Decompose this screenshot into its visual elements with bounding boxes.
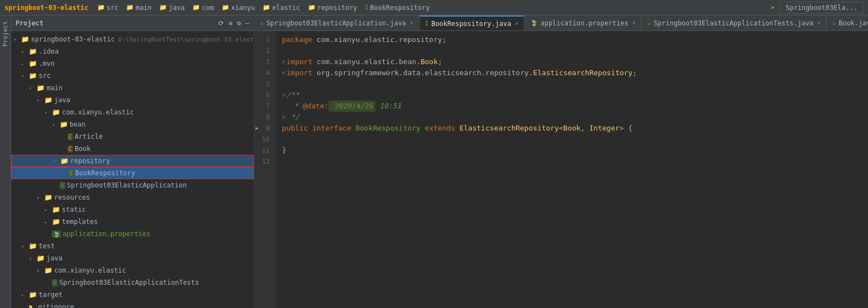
tree-idea[interactable]: 📁 .idea: [11, 45, 254, 58]
tree-test[interactable]: 📁 test: [11, 240, 254, 252]
tab-book[interactable]: ☕ Book.java ×: [827, 15, 868, 30]
springboot-icon: ⚡: [60, 182, 65, 189]
tab-book-label: Book.java: [839, 19, 868, 27]
folder-blue-icon: 📁: [192, 4, 200, 11]
fold-icon-8[interactable]: ⊖: [282, 112, 285, 123]
tab-springbootapp[interactable]: ☕ Springboot03ElasticApplication.java ×: [254, 15, 420, 30]
nav-xianyu[interactable]: 📁xianyu: [218, 3, 258, 13]
tree-src[interactable]: 📁 src: [11, 70, 254, 82]
line-2: 2: [254, 45, 273, 56]
tree-book[interactable]: C Book: [11, 143, 254, 155]
com-arrow: [44, 109, 52, 116]
tcom-label: com.xianyu.elastic: [54, 267, 126, 274]
tab-springbootapp-label: Springboot03ElasticApplication.java: [266, 19, 406, 27]
space2: [351, 123, 355, 134]
fold-icon-4[interactable]: ⊖: [282, 67, 285, 79]
tcom-folder-icon: 📁: [44, 267, 53, 274]
project-sidebar: Project ⟳ ≡ ⚙ – 📁 springboot-03-elastic …: [11, 15, 254, 308]
settings-icon[interactable]: ⚙: [237, 19, 241, 27]
root-label: springboot-03-elastic: [31, 35, 115, 43]
tree-bean[interactable]: 📁 bean: [11, 118, 254, 130]
tree-tests[interactable]: ⚡ Springboot03ElasticApplicationTests: [11, 276, 254, 289]
tab-springboottests-close[interactable]: ×: [817, 20, 820, 26]
tab-springboottests[interactable]: ☕ Springboot03ElasticApplicationTests.ja…: [642, 15, 827, 30]
import-pkg-1: com.xianyu.elastic.bean.: [312, 56, 421, 67]
top-right-tab[interactable]: Springboot03Ela...: [780, 2, 864, 14]
tree-appprops[interactable]: 🍃 application.properties: [11, 228, 254, 240]
tree-static[interactable]: 📁 static: [11, 203, 254, 216]
tests-tab-icon: ☕: [647, 19, 651, 27]
repository-arrow: [53, 158, 60, 164]
tree-app[interactable]: ⚡ Springboot03ElasticApplication: [11, 179, 254, 191]
tree-main[interactable]: 📁 main: [11, 82, 254, 94]
line-6: 6: [254, 90, 273, 101]
tree-target[interactable]: 📁 target: [11, 289, 254, 301]
gitignore-label: .gitignore: [34, 303, 74, 308]
generic-comma: ,: [581, 123, 589, 134]
idea-folder-icon: 📁: [29, 48, 37, 55]
line-12: 12: [254, 156, 273, 167]
code-content[interactable]: package com.xianyu.elastic.repository; ⊖…: [276, 31, 868, 308]
sidebar-header: Project ⟳ ≡ ⚙ –: [11, 15, 254, 31]
space4: [455, 123, 459, 134]
tab-springbootapp-close[interactable]: ×: [410, 20, 414, 26]
scroll-icon[interactable]: ≡: [228, 19, 232, 27]
code-line-12: [282, 156, 868, 167]
tree-test-java[interactable]: 📁 java: [11, 252, 254, 264]
nav-repository[interactable]: 📁repository: [305, 3, 360, 13]
tab-bookrespository[interactable]: I BookRespository.java ×: [420, 15, 525, 30]
annotation-date-kw: @date:: [302, 101, 328, 112]
fold-icon-6[interactable]: ⊖: [282, 90, 285, 101]
tjava-arrow: [29, 255, 36, 262]
tree-repository[interactable]: 📁 repository: [11, 155, 254, 167]
fold-icon-3[interactable]: ⊖: [282, 56, 285, 67]
tab-bookrespository-close[interactable]: ×: [515, 20, 519, 27]
nav-main[interactable]: 📁main: [123, 3, 155, 13]
iface-tab-icon: I: [425, 20, 429, 27]
code-line-6: ⊖ /**: [282, 90, 868, 101]
tab-application[interactable]: 🍃 application.properties ×: [525, 15, 642, 30]
nav-com[interactable]: 📁com: [189, 3, 217, 13]
line-4: 4: [254, 67, 273, 79]
code-line-9: public interface BookRespository extends…: [282, 123, 868, 134]
run-icon[interactable]: ▶: [255, 123, 259, 134]
tree-resources[interactable]: 📁 resources: [11, 191, 254, 203]
extends-cls: ElasticsearchRepository: [459, 123, 559, 134]
tree-root[interactable]: 📁 springboot-03-elastic D:\SpringBootTes…: [11, 33, 254, 45]
mvn-label: .mvn: [39, 60, 55, 67]
interface-icon: I: [68, 170, 74, 177]
tree-templates[interactable]: 📁 templates: [11, 216, 254, 228]
comment-time: 10:51: [375, 101, 401, 112]
nav-bookrespository[interactable]: IBookRespository: [362, 3, 433, 13]
nav-elastic[interactable]: 📁elastic: [259, 3, 304, 13]
tree-article[interactable]: C Article: [11, 130, 254, 143]
nav-java[interactable]: 📁java: [156, 3, 188, 13]
sync-icon[interactable]: ⟳: [218, 19, 224, 27]
tree-test-com[interactable]: 📁 com.xianyu.elastic: [11, 264, 254, 276]
nav-src[interactable]: 📁src: [94, 3, 122, 13]
code-line-1: package com.xianyu.elastic.repository;: [282, 34, 868, 45]
src-label: src: [39, 72, 51, 80]
main-label: main: [46, 84, 62, 92]
project-tree: 📁 springboot-03-elastic D:\SpringBootTes…: [11, 31, 254, 308]
book-tab-icon: ☕: [832, 19, 836, 27]
app-label: Springboot03ElasticApplication: [67, 181, 187, 189]
run-arrow-icon[interactable]: ➤: [771, 3, 775, 12]
import-cls-1: Book: [421, 56, 438, 67]
code-line-7: * @date: 2020/4/26 10:51: [282, 101, 868, 112]
folder-blue-icon: 📁: [222, 4, 229, 11]
project-label: Project: [2, 21, 9, 46]
test-label: test: [39, 242, 55, 250]
minimize-icon[interactable]: –: [245, 19, 249, 27]
tab-application-close[interactable]: ×: [632, 20, 636, 26]
tree-gitignore[interactable]: ⚑ .gitignore: [11, 301, 254, 308]
tree-mvn[interactable]: 📁 .mvn: [11, 58, 254, 70]
tree-com-xianyu[interactable]: 📁 com.xianyu.elastic: [11, 106, 254, 118]
import-semi-1: ;: [438, 56, 442, 67]
tree-bookrespository[interactable]: I BookRespository: [11, 167, 254, 179]
java-arrow: [36, 97, 44, 103]
tests-icon: ⚡: [52, 279, 57, 286]
tree-java[interactable]: 📁 java: [11, 94, 254, 106]
code-line-11: }: [282, 145, 868, 156]
root-arrow: [13, 36, 21, 43]
